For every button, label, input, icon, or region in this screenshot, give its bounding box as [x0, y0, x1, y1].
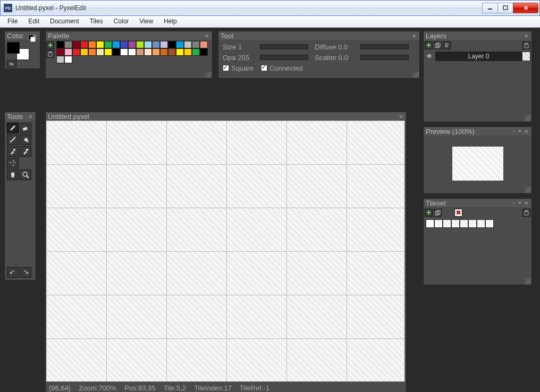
palette-color[interactable] [176, 48, 184, 56]
close-icon[interactable]: × [27, 113, 33, 121]
palette-color[interactable] [112, 41, 120, 48]
palette-color[interactable] [112, 48, 120, 56]
palette-color[interactable] [136, 41, 144, 48]
swatch-pair[interactable] [7, 42, 29, 60]
palette-color[interactable] [160, 41, 168, 48]
tile[interactable] [485, 219, 494, 228]
delete-swatch-button[interactable] [46, 50, 54, 58]
minimize-button[interactable] [482, 3, 498, 13]
palette-color[interactable] [192, 41, 200, 48]
diffuse-slider[interactable] [360, 44, 409, 49]
tile[interactable] [434, 219, 443, 228]
menu-file[interactable]: File [2, 16, 23, 27]
resize-grip[interactable] [205, 71, 212, 78]
palette-color[interactable] [184, 48, 192, 56]
palette-color[interactable] [104, 41, 112, 48]
palette-color[interactable] [136, 48, 144, 56]
palette-color[interactable] [96, 48, 104, 56]
swap-colors-icon[interactable]: ⇆ [7, 60, 16, 67]
duplicate-layer-button[interactable] [434, 41, 442, 49]
add-layer-button[interactable]: ✚ [425, 41, 433, 49]
square-checkbox[interactable] [223, 65, 229, 71]
zoom-out-button[interactable]: - [511, 199, 516, 207]
palette-color[interactable] [64, 41, 72, 48]
tile[interactable] [443, 219, 451, 228]
palette-color[interactable] [72, 41, 80, 48]
zoom-out-button[interactable]: - [511, 127, 516, 135]
tile[interactable] [426, 219, 434, 228]
close-icon[interactable]: × [523, 32, 529, 40]
close-icon[interactable]: × [398, 113, 404, 121]
menu-help[interactable]: Help [158, 16, 182, 27]
redo-button[interactable] [20, 267, 31, 278]
tile[interactable] [451, 219, 460, 228]
palette-color[interactable] [144, 48, 152, 56]
palette-color[interactable] [88, 41, 96, 48]
close-icon[interactable]: × [523, 199, 529, 207]
pencil-tool[interactable] [7, 123, 19, 133]
layer-name[interactable]: Layer 0 [435, 52, 522, 61]
merge-layer-button[interactable] [443, 41, 451, 49]
palette-color[interactable] [152, 41, 160, 48]
line-tool[interactable] [7, 134, 19, 145]
palette-color[interactable] [128, 48, 136, 56]
canvas[interactable] [46, 121, 405, 382]
zoom-tool[interactable] [20, 169, 31, 180]
resize-grip[interactable] [525, 115, 531, 121]
palette-color[interactable] [168, 48, 176, 56]
size-slider[interactable] [260, 44, 308, 49]
hand-tool[interactable] [7, 169, 19, 180]
delete-layer-button[interactable] [522, 41, 530, 49]
resize-grip[interactable] [525, 186, 531, 193]
default-white-swatch[interactable] [30, 37, 36, 42]
palette-color[interactable] [168, 41, 176, 48]
visibility-icon[interactable]: 👁 [424, 53, 435, 60]
palette-color[interactable] [64, 48, 72, 56]
scatter-slider[interactable] [360, 55, 409, 60]
zoom-in-button[interactable]: + [516, 127, 523, 135]
palette-color[interactable] [56, 41, 64, 48]
palette-color[interactable] [80, 48, 88, 56]
palette-color[interactable] [120, 48, 128, 56]
tile[interactable] [468, 219, 477, 228]
foreground-color-swatch[interactable] [7, 42, 20, 54]
tile[interactable] [460, 219, 468, 228]
menu-color[interactable]: Color [108, 16, 134, 27]
connected-checkbox[interactable] [261, 65, 267, 71]
remove-tile-button[interactable]: ✖ [454, 209, 462, 217]
menu-document[interactable]: Document [45, 16, 85, 27]
close-icon[interactable]: × [411, 32, 417, 40]
undo-button[interactable] [7, 267, 19, 278]
color-replace-tool[interactable] [20, 146, 31, 157]
palette-color[interactable] [144, 41, 152, 48]
menu-view[interactable]: View [134, 16, 158, 27]
select-tool[interactable] [7, 158, 19, 168]
duplicate-tile-button[interactable] [434, 209, 442, 217]
resize-grip[interactable] [412, 71, 419, 78]
eraser-tool[interactable] [20, 123, 31, 133]
add-swatch-button[interactable]: ✚ [46, 41, 54, 49]
palette-color[interactable] [104, 48, 112, 56]
palette-color[interactable] [80, 41, 88, 48]
close-icon[interactable]: × [204, 32, 210, 40]
palette-color[interactable] [184, 41, 192, 48]
menu-tiles[interactable]: Tiles [85, 16, 108, 27]
palette-color[interactable] [56, 48, 64, 56]
palette-color[interactable] [192, 48, 200, 56]
palette-color[interactable] [120, 41, 128, 48]
palette-color[interactable] [128, 41, 136, 48]
menu-edit[interactable]: Edit [23, 16, 45, 27]
maximize-button[interactable] [497, 3, 513, 13]
delete-tile-button[interactable] [522, 209, 530, 217]
palette-color[interactable] [200, 48, 208, 56]
palette-color[interactable] [152, 48, 160, 56]
palette-color[interactable] [160, 48, 168, 56]
palette-color[interactable] [200, 41, 208, 48]
palette-color[interactable] [176, 41, 184, 48]
add-tile-button[interactable]: ✚ [425, 209, 433, 217]
zoom-in-button[interactable]: + [516, 199, 523, 207]
fill-tool[interactable] [20, 134, 31, 145]
palette-color[interactable] [88, 48, 96, 56]
close-button[interactable]: ✕ [513, 3, 538, 13]
tile[interactable] [477, 219, 485, 228]
